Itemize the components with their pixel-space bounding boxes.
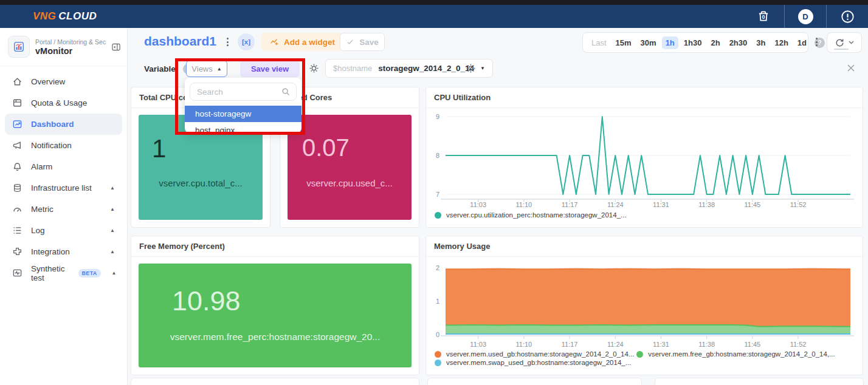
sidebar-item-dashboard[interactable]: Dashboard xyxy=(5,114,122,135)
variable-label: Variable xyxy=(144,64,176,73)
collapse-panel-icon xyxy=(111,43,121,52)
time-range-15m[interactable]: 15m xyxy=(612,36,635,49)
legend-item[interactable]: vserver.mem.used_gb:hostname:storagegw_2… xyxy=(435,350,636,358)
sidebar-item-notification[interactable]: Notification xyxy=(5,135,122,156)
sidebar-item-quota-usage[interactable]: Quota & Usage xyxy=(5,92,122,114)
svg-text:11:17: 11:17 xyxy=(562,341,578,348)
save-dashboard-button[interactable]: Save xyxy=(340,33,385,51)
home-icon xyxy=(12,77,22,87)
time-range-3h[interactable]: 3h xyxy=(753,36,769,49)
svg-text:11:38: 11:38 xyxy=(698,201,715,208)
close-variable-bar-button[interactable] xyxy=(846,63,856,75)
views-settings-gear-icon[interactable] xyxy=(309,63,319,76)
legend-dot-icon xyxy=(435,351,441,358)
views-options-list: host-storagegwhost_nginx xyxy=(185,106,301,133)
time-range-2h[interactable]: 2h xyxy=(707,36,723,49)
product-name: vMonitor xyxy=(35,46,106,56)
legend-label: vserver.cpu.utilization_perc:hostname:st… xyxy=(446,211,627,219)
metric-icon xyxy=(12,204,22,214)
svg-text:11:10: 11:10 xyxy=(516,341,532,348)
sidebar-item-log[interactable]: Log▲ xyxy=(5,220,122,241)
next-row-widget-partial xyxy=(131,378,419,385)
collapse-caret-icon: ▲ xyxy=(110,185,115,191)
save-view-button[interactable]: Save view xyxy=(240,60,300,77)
quota-icon xyxy=(12,98,22,108)
svg-text:11:52: 11:52 xyxy=(790,341,807,348)
memory-usage-chart[interactable]: 01211:0311:1011:1711:2411:3111:3811:4511… xyxy=(426,258,855,349)
close-icon xyxy=(846,63,856,73)
legend-label: vserver.mem.used_gb:hostname:storagegw_2… xyxy=(446,350,634,358)
sidebar-collapse-button[interactable] xyxy=(111,43,121,52)
check-icon xyxy=(346,38,354,46)
time-range-2h30[interactable]: 2h30 xyxy=(726,36,751,49)
refresh-button[interactable] xyxy=(827,32,862,53)
svg-text:11:38: 11:38 xyxy=(698,341,715,348)
svg-text:7: 7 xyxy=(436,191,439,198)
views-dropdown-panel: host-storagegwhost_nginx xyxy=(185,78,301,133)
sidebar-item-synthetic-test[interactable]: Synthetic testBETA▲ xyxy=(5,262,122,284)
time-range-1d[interactable]: 1d xyxy=(794,36,810,49)
svg-text:0: 0 xyxy=(436,331,439,338)
legend-item[interactable]: vserver.mem.swap_used_gb:hostname:storag… xyxy=(435,359,636,366)
chevron-down-icon: ▼ xyxy=(480,66,485,71)
variables-toggle-button[interactable]: [x] xyxy=(238,33,255,50)
svg-text:11:45: 11:45 xyxy=(745,341,761,348)
add-widget-button[interactable]: Add a widget xyxy=(261,33,343,51)
legend-dot-icon xyxy=(435,212,441,219)
sidebar-item-label: Notification xyxy=(31,141,72,150)
views-option-host_nginx[interactable]: host_nginx xyxy=(185,122,301,133)
sidebar-item-label: Synthetic test xyxy=(31,264,65,282)
svg-text:11:45: 11:45 xyxy=(745,201,761,208)
infrastructure-icon xyxy=(12,183,22,193)
widget-cpu-utilization: CPU Utilization 78911:0311:1011:1711:241… xyxy=(425,87,863,228)
sidebar-item-integration[interactable]: Integration▲ xyxy=(5,241,122,262)
sidebar-item-overview[interactable]: Overview xyxy=(5,71,122,92)
variable-settings-gear-icon[interactable] xyxy=(466,63,476,76)
trash-icon: 0 xyxy=(757,10,770,23)
widget-title: Free Memory (Percent) xyxy=(131,236,419,257)
account-menu-button[interactable]: D xyxy=(785,5,826,28)
sidebar-item-infrastructure-list[interactable]: Infrastructure list▲ xyxy=(5,177,122,199)
breadcrumb: Portal / Monitoring & Sec xyxy=(35,38,106,46)
views-search-input[interactable] xyxy=(196,87,281,97)
logo-cloud: CLOUD xyxy=(58,10,97,22)
next-row-widget-partial xyxy=(655,378,864,385)
views-option-host-storagegw[interactable]: host-storagegw xyxy=(185,106,301,122)
alerts-button[interactable] xyxy=(827,5,868,28)
time-range-1h[interactable]: 1h xyxy=(662,36,678,49)
views-dropdown-button[interactable]: Views ▲ xyxy=(186,60,227,77)
hostname-variable-name: $hostname xyxy=(333,64,372,73)
memory-chart-legend: vserver.mem.used_gb:hostname:storagegw_2… xyxy=(426,349,863,366)
legend-item[interactable]: vserver.mem.free_gb:hostname:storagegw_2… xyxy=(636,350,838,358)
time-range-prefix: Last xyxy=(591,38,607,47)
log-icon xyxy=(12,225,22,236)
notification-icon xyxy=(12,140,22,151)
legend-item[interactable]: vserver.cpu.utilization_perc:hostname:st… xyxy=(435,211,627,219)
free-memory-metric-label: vserver.mem.free_perc:hostname:storagegw… xyxy=(139,332,412,342)
legend-dot-icon xyxy=(435,359,441,366)
total-cpu-metric-label: vserver.cpu.total_c... xyxy=(139,178,263,188)
time-range-12h[interactable]: 12h xyxy=(771,36,791,49)
dashboard-options-kebab[interactable] xyxy=(227,38,229,46)
sidebar-item-alarm[interactable]: Alarm xyxy=(5,156,122,177)
time-options-kebab[interactable] xyxy=(816,38,818,46)
widget-memory-usage: Memory Usage 01211:0311:1011:1711:2411:3… xyxy=(425,236,863,375)
free-memory-value: 10.98 xyxy=(172,285,241,317)
dashboard-icon xyxy=(12,119,22,129)
svg-text:11:52: 11:52 xyxy=(790,201,807,208)
total-cpu-value: 1 xyxy=(152,134,166,163)
time-range-1h30[interactable]: 1h30 xyxy=(680,36,706,49)
time-range-30m[interactable]: 30m xyxy=(637,36,660,49)
free-memory-value-box: 10.98 vserver.mem.free_perc:hostname:sto… xyxy=(139,264,412,367)
sidebar-item-label: Alarm xyxy=(31,162,52,171)
svg-text:8: 8 xyxy=(436,152,439,159)
trash-button[interactable]: 0 xyxy=(743,5,784,28)
integration-icon xyxy=(12,247,22,257)
sidebar-item-label: Dashboard xyxy=(31,120,74,129)
sidebar-item-metric[interactable]: Metric▲ xyxy=(5,199,122,220)
svg-text:11:03: 11:03 xyxy=(470,341,486,348)
collapse-caret-icon: ▲ xyxy=(110,206,115,212)
cpu-utilization-chart[interactable]: 78911:0311:1011:1711:2411:3111:3811:4511… xyxy=(426,109,855,210)
legend-label: vserver.mem.swap_used_gb:hostname:storag… xyxy=(446,359,631,366)
sidebar-item-label: Integration xyxy=(31,247,70,256)
